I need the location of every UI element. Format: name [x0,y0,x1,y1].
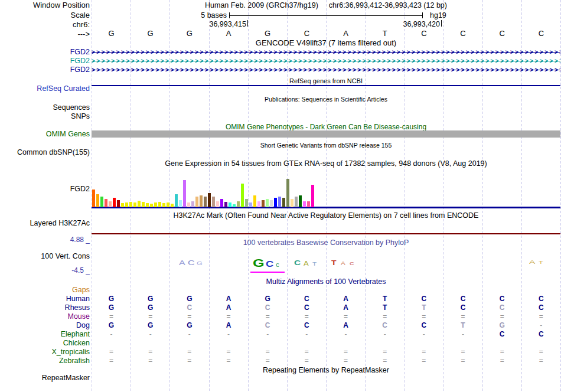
gtex-bar-24 [187,202,190,207]
gencode-transcript-3[interactable]: >>>>>>>>>>>>>>>>>>>>>>>>>>>>>>>>>>>>>>>>… [92,66,560,74]
align-x-tropicalis-col10: = [443,348,483,356]
align-rhesus-col3: C [169,304,209,312]
gtex-bar-10 [129,202,132,207]
track-label-zebrafish[interactable]: Zebrafish [59,357,90,365]
align-rhesus-col8: T [365,304,405,312]
align-dog-col6: C [287,322,327,329]
gtex-bar-54 [311,185,314,207]
base-letter-11: C [482,30,522,37]
base-letter-4: A [209,30,249,37]
scale-value: 5 bases [201,11,227,19]
track-label-rhesus[interactable]: Rhesus [65,304,90,312]
align-human-col10: C [443,295,483,303]
gtex-bar-34 [229,202,231,207]
gtex-bar-51 [299,195,302,207]
gencode-transcript-2[interactable]: >>>>>>>>>>>>>>>>>>>>>>>>>>>>>>>>>>>>>>>>… [92,57,560,65]
track-label-repeatmasker[interactable]: RepeatMasker [42,374,90,382]
gtex-bar-15 [150,204,153,207]
align-rhesus-col7: A [326,304,366,312]
track-label-refseq-curated[interactable]: RefSeq Curated [37,85,90,93]
gtex-bar-32 [220,199,223,207]
align-rhesus-col2: G [131,304,170,312]
align-zebrafish-col3: = [169,357,209,365]
track-label-omim-genes[interactable]: OMIM Genes [46,130,90,138]
align-mouse-col11: = [482,313,522,321]
align-dog-col1: G [92,322,131,329]
align-zebrafish-col6: = [287,357,327,365]
align-elephant-col9: - [404,331,443,338]
track-label-sequences[interactable]: Sequences [53,104,90,112]
gtex-bar-11 [133,202,136,207]
gencode-transcript-1[interactable]: >>>>>>>>>>>>>>>>>>>>>>>>>>>>>>>>>>>>>>>>… [92,48,560,56]
refseq-transcript-line[interactable] [92,85,560,86]
track-label-human[interactable]: Human [66,295,90,303]
align-x-tropicalis-col9: = [404,348,443,356]
align-dog-col8: C [365,322,405,329]
align-rhesus-col6: C [287,304,327,312]
phylop-logo-mark-3: G [197,261,203,266]
track-label-dog[interactable]: Dog [76,322,90,329]
phylop-axis-min: -4.5 _ [71,267,90,275]
h3k27ac-signal-line[interactable] [92,233,560,234]
omim-gene-bar[interactable] [92,130,560,138]
track-label-x-tropicalis[interactable]: X_tropicalis [51,348,90,356]
track-label-layered-h3k27ac[interactable]: Layered H3K27Ac [30,220,90,227]
base-letter-2: G [131,30,170,37]
gtex-bar-23 [183,180,186,207]
gtex-bar-4 [105,199,107,207]
phylop-logo-mark-6: c [276,262,279,268]
track-label-mouse[interactable]: Mouse [67,313,90,321]
phylop-logo-mark-2: C [188,260,195,266]
align-zebrafish-col10: = [443,357,483,365]
align-x-tropicalis-col11: = [482,348,522,356]
align-rhesus-col12: C [521,304,561,312]
base-letter-9: C [404,30,443,37]
align-rhesus-col1: G [92,304,131,312]
scale-label: Scale [70,11,90,19]
gtex-bar-14 [146,203,149,207]
align-elephant-col11: C [482,331,522,338]
gtex-bar-41 [257,201,260,207]
gtex-bar-27 [200,195,203,207]
track-label-elephant[interactable]: Elephant [61,331,90,338]
track-label-common-dbsnp[interactable]: Common dbSNP(155) [17,149,90,156]
align-elephant-col12: C [521,331,561,338]
track-label-chicken[interactable]: Chicken [63,339,90,347]
track-label-snps[interactable]: SNPs [71,113,90,120]
align-mouse-col5: = [248,313,288,321]
align-x-tropicalis-col1: = [92,348,131,356]
align-x-tropicalis-col8: = [365,348,405,356]
phylop-logo-mark-7: C [294,260,301,266]
align-dog-col5: C [248,322,288,329]
phylop-axis-max: 4.88 _ [70,236,90,244]
repeatmasker-title: Repeating Elements by RepeatMasker [92,366,560,374]
align-mouse-col10: = [443,313,483,321]
phylop-logo-mark-4: G [253,258,265,269]
align-zebrafish-col5: = [248,357,288,365]
track-label-fgd2-transcript-2[interactable]: FGD2 [70,57,90,65]
gtex-bar-50 [295,197,298,207]
align-dog-col4: A [209,322,249,329]
align-zebrafish-col1: = [92,357,131,365]
align-dog-col12: - [521,322,561,329]
track-label-fgd2-transcript-1[interactable]: FGD2 [70,48,90,56]
track-label-gaps[interactable]: Gaps [72,286,90,294]
gtex-bar-3 [100,197,103,207]
track-label-100-vert-cons[interactable]: 100 Vert. Cons [41,253,90,260]
align-elephant-col5: - [248,331,288,338]
track-label-fgd2-transcript-3[interactable]: FGD2 [70,66,90,74]
assembly-label: Human Feb. 2009 (GRCh37/hg19) [205,1,318,9]
gtex-bar-38 [245,199,248,207]
align-human-col12: C [521,295,561,303]
base-letter-1: G [92,30,131,37]
align-elephant-col8: - [365,331,405,338]
phylop-logo-mark-13: A [529,260,535,265]
track-label-gtex-fgd2[interactable]: FGD2 [70,185,90,193]
header-position-row: Human Feb. 2009 (GRCh37/hg19) chr6:36,99… [92,1,560,9]
gtex-bar-29 [208,193,211,207]
omim-title: OMIM Gene Phenotypes - Dark Green Can Be… [92,123,560,131]
gtex-bar-chart[interactable] [92,177,317,207]
gtex-bar-52 [303,201,306,207]
gtex-bar-49 [291,199,293,207]
align-human-col4: A [209,295,249,303]
